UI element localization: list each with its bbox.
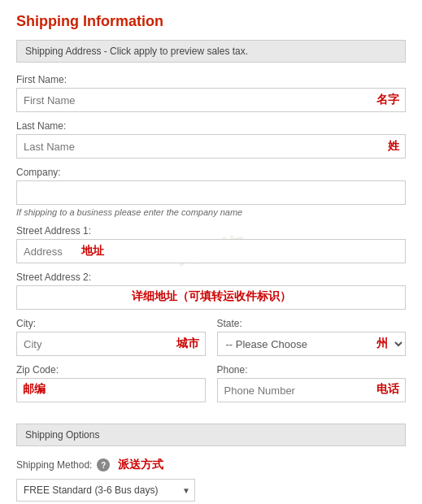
first-name-group: First Name: 名字	[16, 74, 406, 112]
city-group: City: 城市	[16, 318, 206, 356]
zip-input[interactable]	[16, 378, 206, 402]
city-wrapper: 城市	[16, 332, 206, 356]
page-title: Shipping Information	[16, 13, 406, 30]
street1-wrapper: 地址	[16, 239, 406, 263]
state-group: State: -- Please Choose 州	[217, 318, 407, 356]
zip-phone-row: Zip Code: 邮编 Phone: 电话	[16, 364, 406, 411]
first-name-label: First Name:	[16, 74, 406, 85]
zip-label: Zip Code:	[16, 364, 206, 376]
first-name-wrapper: 名字	[16, 88, 406, 112]
company-input[interactable]	[16, 180, 406, 205]
city-input[interactable]	[16, 332, 206, 356]
street1-label: Street Address 1:	[16, 225, 406, 237]
city-label: City:	[16, 318, 206, 329]
shipping-method-label: Shipping Method:	[16, 459, 92, 471]
phone-wrapper: 电话	[217, 378, 407, 402]
shipping-method-group: Shipping Method: ? 派送方式 FREE Standard (3…	[16, 458, 406, 502]
company-group: Company: If shipping to a business pleas…	[16, 167, 406, 217]
street1-group: Street Address 1: 地址	[16, 225, 406, 263]
first-name-input[interactable]	[16, 88, 406, 112]
city-state-row: City: 城市 State: -- Please Choose 州	[16, 318, 406, 364]
company-hint: If shipping to a business please enter t…	[16, 207, 406, 217]
shipping-address-header: Shipping Address - Click apply to previe…	[16, 40, 406, 63]
company-label: Company:	[16, 167, 406, 178]
phone-label: Phone:	[217, 364, 407, 376]
street2-wrapper: 详细地址（可填转运收件标识）	[16, 285, 406, 310]
last-name-label: Last Name:	[16, 120, 406, 132]
shipping-select-wrapper: FREE Standard (3-6 Bus days) Standard (3…	[16, 479, 195, 502]
zip-group: Zip Code: 邮编	[16, 364, 206, 402]
shipping-options-header: Shipping Options	[16, 424, 406, 446]
street2-input[interactable]	[16, 285, 406, 310]
last-name-input[interactable]	[16, 134, 406, 159]
state-select[interactable]: -- Please Choose	[217, 332, 407, 356]
last-name-group: Last Name: 姓	[16, 120, 406, 159]
help-icon[interactable]: ?	[97, 458, 110, 471]
phone-input[interactable]	[217, 378, 407, 402]
zip-wrapper: 邮编	[16, 378, 206, 402]
street1-input[interactable]	[16, 239, 406, 263]
shipping-method-cn: 派送方式	[118, 458, 163, 472]
phone-group: Phone: 电话	[217, 364, 407, 402]
state-label: State:	[217, 318, 407, 329]
shipping-method-select[interactable]: FREE Standard (3-6 Bus days) Standard (3…	[16, 479, 195, 502]
street2-group: Street Address 2: 详细地址（可填转运收件标识）	[16, 272, 406, 310]
last-name-wrapper: 姓	[16, 134, 406, 159]
shipping-method-row: Shipping Method: ? 派送方式	[16, 458, 406, 472]
street2-label: Street Address 2:	[16, 272, 406, 283]
